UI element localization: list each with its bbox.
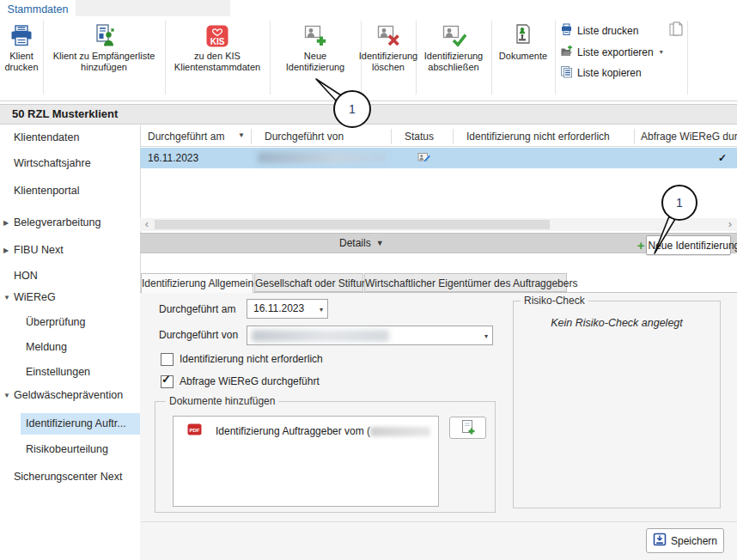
- document-list[interactable]: PDF Identifizierung Auftraggeber vom (: [173, 416, 439, 507]
- tab-wirtschaftlicher-eigentuemer[interactable]: Wirtschaftlicher Eigentümer des Auftragg…: [364, 273, 567, 292]
- tab-gesellschaft-oder-stiftung[interactable]: Gesellschaft oder Stiftung: [254, 273, 363, 292]
- sidebar-item-belegverarbeitung[interactable]: ▶Belegverarbeitung: [0, 214, 139, 231]
- expanded-arrow-icon[interactable]: ▼: [3, 289, 10, 307]
- client-title: 50 RZL Musterklient: [12, 107, 118, 120]
- neue-identifizierung-ribbon-button[interactable]: Neue Identifizierung: [270, 21, 361, 73]
- checkbox-label: Abfrage WiEReG durchgeführt: [180, 373, 320, 390]
- document-add-person-icon: [91, 21, 117, 51]
- dokumente-button[interactable]: Dokumente: [491, 21, 555, 62]
- risiko-check-groupbox: Risiko-Check Kein Risiko-Check angelegt: [513, 301, 721, 508]
- liste-drucken-button[interactable]: Liste drucken: [560, 23, 638, 38]
- sidebar-item-sicherungscenter-next[interactable]: Sicherungscenter Next: [0, 468, 139, 485]
- sidebar-item-ueberpruefung[interactable]: Überprüfung: [0, 313, 139, 331]
- svg-text:1: 1: [676, 196, 683, 210]
- dropdown-caret-icon: ▾: [660, 48, 663, 56]
- document-stamp-icon: [510, 21, 536, 51]
- durchgefuehrt-am-select[interactable]: 16.11.2023 ▾: [247, 299, 328, 319]
- tab-stammdaten[interactable]: Stammdaten: [0, 0, 76, 19]
- callout-1-ribbon: 1: [305, 72, 378, 132]
- kis-klientenstammdaten-button[interactable]: KIS zu den KIS Klientenstammdaten: [165, 21, 270, 73]
- button-label: Dokumente: [499, 51, 547, 62]
- svg-text:1: 1: [349, 102, 356, 116]
- button-label: zu den KIS: [194, 51, 241, 62]
- button-label: Neue: [304, 51, 326, 62]
- ribbon-separator: [687, 21, 688, 94]
- sort-descending-icon[interactable]: ▼: [238, 131, 245, 139]
- expanded-arrow-icon[interactable]: ▼: [3, 387, 10, 405]
- button-label: Liste kopieren: [577, 67, 642, 79]
- person-delete-icon: [375, 21, 401, 51]
- button-label: Speichern: [671, 535, 717, 547]
- caret-down-icon: ▾: [320, 306, 323, 313]
- button-label: Identifizierung: [424, 51, 484, 62]
- scrollbar-thumb[interactable]: [155, 220, 550, 229]
- column-header-status[interactable]: Status: [405, 128, 434, 145]
- collapsed-arrow-icon[interactable]: ▶: [3, 242, 9, 259]
- button-label: Liste exportieren: [577, 46, 654, 58]
- button-label: Klient: [9, 51, 34, 62]
- caret-down-icon: ▼: [376, 233, 384, 253]
- document-list-item[interactable]: PDF Identifizierung Auftraggeber vom (: [187, 423, 430, 438]
- klient-drucken-button[interactable]: Klient drucken: [0, 21, 43, 73]
- sidebar-item-wiereg[interactable]: ▼WiEReG: [0, 289, 139, 306]
- sidebar-item-einstellungen[interactable]: Einstellungen: [0, 363, 139, 380]
- column-separator: [453, 129, 454, 144]
- sidebar-item-meldung[interactable]: Meldung: [0, 338, 139, 356]
- person-add-icon: [302, 21, 328, 51]
- durchgefuehrt-von-select[interactable]: ▾: [247, 326, 493, 345]
- klient-zu-empfaengerliste-button[interactable]: Klient zu Empfängerliste hinzufügen: [43, 21, 165, 73]
- printer-small-icon: [560, 23, 573, 39]
- export-icon: [560, 45, 573, 60]
- footer-divider: [141, 521, 737, 522]
- abfrage-wiereg-checkmark: ✓: [718, 149, 727, 167]
- tab-identifizierung-allgemein[interactable]: Identifizierung Allgemein: [141, 273, 253, 293]
- redacted-value: [252, 330, 389, 342]
- scroll-left-icon[interactable]: ‹: [140, 218, 154, 231]
- sidebar-item-klientendaten[interactable]: Klientendaten: [0, 129, 139, 146]
- button-label: Klientenstammdaten: [174, 62, 260, 73]
- scroll-right-icon[interactable]: ›: [723, 218, 737, 231]
- sidebar-item-klientenportal[interactable]: Klientenportal: [0, 182, 139, 199]
- column-header-identifizierung-nicht-erforderlich[interactable]: Identifizierung nicht erforderlich: [466, 128, 610, 145]
- sidebar-item-hon[interactable]: HON: [0, 267, 139, 284]
- document-title-text: Identifizierung Auftraggeber vom (: [216, 425, 370, 437]
- column-separator: [634, 129, 635, 144]
- save-icon: [653, 533, 667, 549]
- details-toggle[interactable]: Details ▼: [339, 233, 384, 253]
- page-copy-icon[interactable]: [668, 21, 684, 40]
- ribbon-separator: [555, 21, 556, 94]
- checkbox-abfrage-wiereg[interactable]: ✓: [161, 375, 174, 388]
- identifizierung-loeschen-button[interactable]: Identifizierung löschen: [361, 21, 416, 73]
- button-label: Klient zu Empfängerliste: [53, 51, 155, 62]
- sidebar-item-wirtschaftsjahre[interactable]: Wirtschaftsjahre: [0, 155, 139, 172]
- printer-icon: [9, 21, 34, 51]
- liste-exportieren-button[interactable]: Liste exportieren ▾: [560, 45, 663, 59]
- svg-text:KIS: KIS: [210, 37, 225, 46]
- button-label: Liste drucken: [577, 25, 638, 37]
- sidebar-item-identifizierung-auftraggeber[interactable]: Identifizierung Auftr...: [0, 415, 139, 432]
- rzl-app-window: { "glyphs": { "caret_down": "▼", "caret_…: [0, 0, 737, 560]
- document-add-icon: [460, 418, 477, 438]
- details-label: Details: [339, 233, 371, 253]
- collapsed-arrow-icon[interactable]: ▶: [3, 215, 9, 232]
- liste-kopieren-button[interactable]: Liste kopieren: [560, 65, 642, 80]
- button-label: abschließen: [428, 62, 478, 73]
- column-separator: [391, 129, 392, 144]
- durchgefuehrt-am-label: Durchgeführt am: [159, 300, 235, 320]
- durchgefuehrt-von-label: Durchgeführt von: [159, 326, 238, 345]
- groupbox-title: Risiko-Check: [521, 295, 588, 307]
- sidebar-item-risikobeurteilung[interactable]: Risikobeurteilung: [0, 441, 139, 458]
- identifizierung-abschliessen-button[interactable]: Identifizierung abschließen: [416, 21, 491, 73]
- sidebar-item-geldwaeschepraevention[interactable]: ▼Geldwäscheprävention: [0, 387, 139, 404]
- add-document-button[interactable]: [449, 417, 486, 439]
- column-header-durchgefuehrt-am[interactable]: Durchgeführt am: [148, 128, 224, 145]
- sidebar-item-fibu-next[interactable]: ▶FIBU Next: [0, 241, 139, 259]
- speichern-button[interactable]: Speichern: [646, 528, 724, 553]
- column-header-abfrage-wiereg[interactable]: Abfrage WiEReG durchgeführt: [641, 128, 737, 145]
- button-label: Identifizierung: [359, 51, 418, 62]
- button-label: drucken: [4, 62, 38, 73]
- cell-durchgefuehrt-am: 16.11.2023: [148, 149, 198, 167]
- checkbox-identifizierung-nicht-erforderlich[interactable]: [161, 353, 174, 366]
- table-row-selected[interactable]: [140, 148, 737, 168]
- ribbon-tabstrip-filler: [76, 0, 230, 16]
